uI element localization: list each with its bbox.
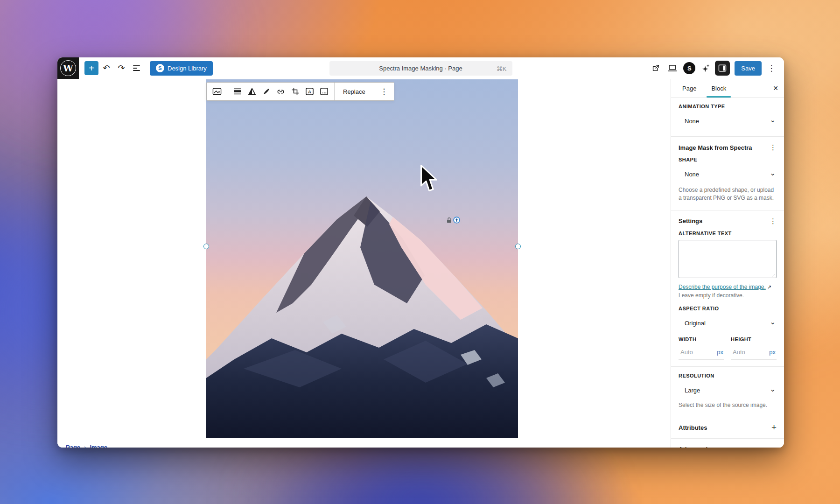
image-mask-title: Image Mask from Spectra bbox=[679, 144, 752, 151]
duotone-button[interactable] bbox=[317, 84, 331, 99]
width-unit[interactable]: px bbox=[717, 349, 723, 356]
marker-tool-button[interactable] bbox=[259, 84, 273, 99]
mountain-photo bbox=[206, 79, 518, 438]
command-k-shortcut: ⌘K bbox=[497, 65, 507, 72]
panel-kebab-icon[interactable]: ⋮ bbox=[770, 217, 777, 225]
block-toolbar: A Replace ⋮ bbox=[206, 82, 394, 101]
settings-sidebar-toggle[interactable] bbox=[715, 61, 730, 76]
decorative-help-text: Leave empty if decorative. bbox=[679, 292, 777, 300]
duotone-box-icon bbox=[320, 87, 329, 96]
tab-page[interactable]: Page bbox=[675, 79, 704, 98]
describe-purpose-link[interactable]: Describe the purpose of the image. bbox=[679, 284, 766, 290]
breadcrumb-image[interactable]: Image bbox=[90, 444, 107, 448]
options-menu-button[interactable]: ⋮ bbox=[764, 61, 778, 75]
text-overlay-icon: A bbox=[305, 87, 314, 96]
link-icon bbox=[276, 87, 285, 96]
kebab-icon: ⋮ bbox=[768, 63, 776, 73]
wordpress-w-icon: W bbox=[60, 60, 76, 76]
tab-page-label: Page bbox=[682, 85, 696, 92]
image-block[interactable] bbox=[206, 79, 518, 438]
tab-block[interactable]: Block bbox=[704, 79, 734, 98]
triangle-icon bbox=[248, 87, 256, 96]
replace-button[interactable]: Replace bbox=[337, 88, 371, 95]
document-title-bar[interactable]: Spectra Image Masking · Page ⌘K bbox=[329, 61, 512, 76]
design-library-label: Design Library bbox=[168, 65, 207, 72]
spectra-icon: S bbox=[156, 64, 164, 72]
breadcrumb-page[interactable]: Page bbox=[66, 444, 80, 448]
advanced-title: Advanced bbox=[679, 446, 707, 448]
height-label: HEIGHT bbox=[731, 336, 777, 342]
resize-handle-left[interactable] bbox=[203, 244, 209, 249]
block-options-button[interactable]: ⋮ bbox=[377, 87, 391, 97]
save-button[interactable]: Save bbox=[735, 61, 762, 76]
kebab-icon: ⋮ bbox=[380, 87, 388, 97]
height-input[interactable] bbox=[732, 348, 758, 356]
crop-icon bbox=[291, 87, 300, 96]
animation-panel: ANIMATION TYPE None ⌄ bbox=[671, 98, 784, 137]
breadcrumb-separator: › bbox=[84, 444, 86, 448]
breadcrumb: Page › Image bbox=[66, 444, 107, 448]
onepassword-icon bbox=[453, 217, 460, 224]
width-input[interactable] bbox=[679, 348, 706, 356]
mask-shape-button[interactable] bbox=[245, 84, 259, 99]
view-post-button[interactable] bbox=[649, 61, 663, 75]
spectra-settings-button[interactable]: S bbox=[682, 61, 696, 75]
block-inserter-button[interactable]: + bbox=[84, 61, 98, 75]
image-mask-panel: Image Mask from Spectra ⋮ SHAPE None ⌄ C… bbox=[671, 137, 784, 210]
marker-pen-icon bbox=[262, 87, 271, 96]
crop-button[interactable] bbox=[288, 84, 302, 99]
wordpress-logo[interactable]: W bbox=[57, 57, 79, 79]
redo-icon: ↷ bbox=[118, 63, 125, 73]
save-label: Save bbox=[741, 65, 755, 72]
aspect-ratio-label: ASPECT RATIO bbox=[679, 306, 777, 311]
wordpress-editor-window: W + ↶ ↷ S Design Library Spectra Image M… bbox=[57, 57, 784, 448]
block-type-button[interactable] bbox=[210, 84, 224, 99]
list-view-icon bbox=[133, 65, 140, 71]
close-icon: ✕ bbox=[773, 84, 778, 92]
editor-canvas-area: A Replace ⋮ Page bbox=[57, 79, 784, 448]
tab-block-label: Block bbox=[711, 85, 726, 92]
panel-kebab-icon[interactable]: ⋮ bbox=[770, 143, 777, 152]
image-block-icon bbox=[212, 87, 222, 96]
ai-assistant-button[interactable] bbox=[699, 61, 713, 75]
sidebar-icon bbox=[718, 64, 727, 72]
resolution-label: RESOLUTION bbox=[679, 373, 777, 378]
spectra-badge-icon: S bbox=[683, 62, 695, 74]
design-library-button[interactable]: S Design Library bbox=[150, 61, 213, 76]
alt-text-input[interactable] bbox=[679, 240, 777, 278]
resolution-select[interactable]: Large ⌄ bbox=[679, 382, 777, 398]
settings-sidebar: Page Block ✕ ANIMATION TYPE None ⌄ Image… bbox=[671, 79, 784, 448]
external-arrow-icon: ↗ bbox=[767, 284, 771, 290]
text-over-image-button[interactable]: A bbox=[302, 84, 317, 99]
plus-icon: + bbox=[89, 63, 94, 74]
resolution-help-text: Select the size of the source image. bbox=[679, 401, 777, 409]
close-sidebar-button[interactable]: ✕ bbox=[773, 79, 778, 98]
settings-title: Settings bbox=[679, 217, 702, 224]
attributes-title: Attributes bbox=[679, 424, 707, 431]
aspect-ratio-select[interactable]: Original ⌄ bbox=[679, 315, 777, 331]
animation-type-value: None bbox=[685, 118, 699, 125]
lock-icon bbox=[446, 217, 452, 224]
shape-select[interactable]: None ⌄ bbox=[679, 166, 777, 182]
align-button[interactable] bbox=[230, 84, 245, 99]
password-manager-badges[interactable] bbox=[446, 217, 460, 224]
align-icon bbox=[233, 87, 242, 96]
resize-handle-right[interactable] bbox=[515, 244, 521, 249]
advanced-panel-toggle[interactable]: Advanced ⌄ bbox=[671, 439, 784, 448]
redo-button[interactable]: ↷ bbox=[114, 61, 128, 75]
height-unit[interactable]: px bbox=[769, 349, 776, 356]
undo-button[interactable]: ↶ bbox=[99, 61, 113, 75]
plus-icon: + bbox=[771, 422, 777, 433]
sidebar-tabs: Page Block ✕ bbox=[671, 79, 784, 98]
undo-icon: ↶ bbox=[103, 63, 110, 73]
height-field[interactable]: px bbox=[731, 346, 777, 360]
link-button[interactable] bbox=[273, 84, 288, 99]
svg-text:A: A bbox=[308, 89, 311, 94]
attributes-panel-toggle[interactable]: Attributes + bbox=[671, 417, 784, 439]
width-field[interactable]: px bbox=[679, 346, 724, 360]
shape-label: SHAPE bbox=[679, 157, 777, 162]
animation-type-select[interactable]: None ⌄ bbox=[679, 113, 777, 129]
settings-panel: Settings ⋮ ALTERNATIVE TEXT Describe the… bbox=[671, 210, 784, 417]
preview-device-button[interactable] bbox=[665, 61, 679, 75]
list-view-button[interactable] bbox=[129, 61, 143, 75]
